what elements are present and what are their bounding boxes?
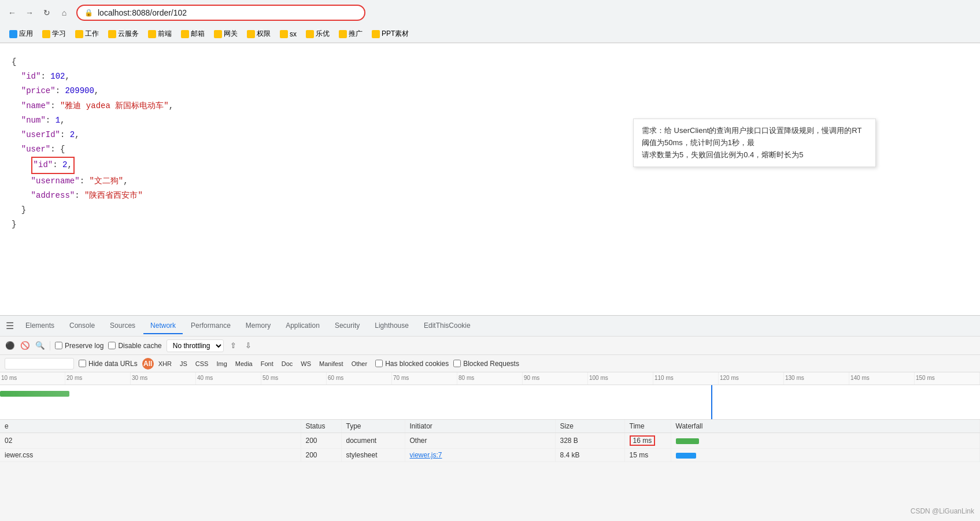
tooltip-box: 需求：给 UserClient的查询用户接口口设置降级规则，慢调用的RT阈值为5…: [633, 119, 876, 167]
blocked-requests-label: Blocked Requests: [463, 360, 519, 368]
hide-data-urls-checkbox[interactable]: Hide data URLs: [79, 360, 138, 368]
tooltip-line1: 需求：给 UserClient的查询用户接口口设置降级规则，慢调用的RT阈值为5…: [642, 125, 867, 149]
tab-memory[interactable]: Memory: [239, 318, 278, 334]
forward-button[interactable]: →: [23, 6, 36, 19]
bookmark-frontend[interactable]: 前端: [145, 28, 175, 40]
blocked-requests-input[interactable]: [453, 360, 461, 367]
throttle-select[interactable]: No throttling: [167, 339, 224, 352]
time-highlight: 16 ms: [630, 435, 656, 446]
bookmark-label: 学习: [52, 29, 66, 39]
tab-elements[interactable]: Elements: [19, 318, 61, 334]
disable-cache-label: Disable cache: [118, 342, 161, 350]
bookmark-apps[interactable]: 应用: [6, 28, 36, 40]
request-initiator: viewer.js:7: [405, 449, 555, 462]
bookmark-study[interactable]: 学习: [39, 28, 69, 40]
browser-chrome: ← → ↻ ⌂ 🔒 localhost:8088/order/102 应用 学习…: [0, 0, 980, 43]
bookmark-label: 云服务: [118, 29, 139, 39]
tab-network[interactable]: Network: [143, 318, 183, 334]
filter-media[interactable]: Media: [232, 359, 256, 368]
tab-security[interactable]: Security: [328, 318, 367, 334]
bookmark-icon: [148, 30, 156, 38]
blocked-requests-checkbox[interactable]: Blocked Requests: [453, 360, 519, 368]
request-waterfall: [671, 449, 980, 462]
tab-console[interactable]: Console: [62, 318, 102, 334]
filter-img[interactable]: Img: [213, 359, 230, 368]
timeline-cursor: [711, 385, 712, 419]
bookmark-sx[interactable]: sx: [276, 29, 300, 39]
bookmark-email[interactable]: 邮箱: [177, 28, 208, 40]
devtools-toggle[interactable]: ☰: [6, 320, 14, 331]
bookmark-icon: [42, 30, 50, 38]
tab-editthiscookie[interactable]: EditThisCookie: [417, 318, 478, 334]
disable-cache-input[interactable]: [108, 342, 116, 349]
waterfall-bar-green: [676, 438, 699, 444]
search-button[interactable]: 🔍: [35, 341, 45, 351]
tab-performance[interactable]: Performance: [184, 318, 238, 334]
stop-recording-button[interactable]: ⚫: [5, 341, 15, 351]
filter-manifest[interactable]: Manifest: [316, 359, 347, 368]
mark-150ms: 150 ms: [915, 372, 980, 385]
filter-ws[interactable]: WS: [297, 359, 315, 368]
blocked-cookies-input[interactable]: [375, 360, 383, 367]
browser-nav: ← → ↻ ⌂ 🔒 localhost:8088/order/102: [0, 0, 980, 25]
request-initiator: Other: [405, 433, 555, 449]
filter-doc[interactable]: Doc: [278, 359, 297, 368]
initiator-link[interactable]: viewer.js:7: [410, 451, 442, 459]
bookmarks-bar: 应用 学习 工作 云服务 前端 邮箱 网关 权限: [0, 25, 980, 43]
table-row[interactable]: 02 200 document Other 328 B 16 ms: [0, 433, 980, 449]
reload-button[interactable]: ↻: [40, 6, 53, 19]
tab-lighthouse[interactable]: Lighthouse: [368, 318, 416, 334]
address-bar[interactable]: 🔒 localhost:8088/order/102: [76, 5, 365, 21]
hide-data-urls-input[interactable]: [79, 360, 86, 367]
col-header-time: Time: [624, 420, 671, 433]
bookmark-icon: [181, 30, 189, 38]
filter-xhr[interactable]: XHR: [155, 359, 175, 368]
request-type: stylesheet: [341, 449, 405, 462]
json-line: "username": "文二狗",: [12, 174, 968, 189]
tab-sources[interactable]: Sources: [103, 318, 142, 334]
bookmark-label: 工作: [85, 29, 99, 39]
col-header-size: Size: [555, 420, 624, 433]
timeline-ruler: 10 ms 20 ms 30 ms 40 ms 50 ms 60 ms 70 m…: [0, 372, 980, 385]
blocked-cookies-checkbox[interactable]: Has blocked cookies: [375, 360, 449, 368]
bookmark-icon: [339, 30, 347, 38]
upload-button[interactable]: ⇧: [228, 341, 239, 351]
preserve-log-input[interactable]: [55, 342, 62, 349]
bookmark-promote[interactable]: 推广: [335, 28, 366, 40]
tab-application[interactable]: Application: [279, 318, 327, 334]
mark-90ms: 90 ms: [523, 372, 588, 385]
download-button[interactable]: ⇩: [243, 341, 254, 351]
col-header-name: e: [0, 420, 301, 433]
filter-other[interactable]: Other: [348, 359, 371, 368]
timeline-area: [0, 385, 980, 420]
bookmark-gateway[interactable]: 网关: [210, 28, 241, 40]
preserve-log-checkbox[interactable]: Preserve log: [55, 342, 103, 350]
request-waterfall: [671, 433, 980, 449]
bookmark-auth[interactable]: 权限: [243, 28, 274, 40]
bookmark-cloud[interactable]: 云服务: [105, 28, 142, 40]
filter-input[interactable]: [5, 358, 74, 369]
clear-button[interactable]: 🚫: [20, 341, 30, 351]
col-header-waterfall: Waterfall: [671, 420, 980, 433]
filter-all[interactable]: All: [142, 358, 154, 369]
devtools-panel: ☰ Elements Console Sources Network Perfo…: [0, 315, 980, 521]
filter-js[interactable]: JS: [176, 359, 191, 368]
json-line: }: [12, 203, 968, 217]
filter-font[interactable]: Font: [257, 359, 277, 368]
bookmark-label: PPT素材: [382, 29, 409, 39]
json-line: "price": 209900,: [12, 84, 968, 98]
request-type: document: [341, 433, 405, 449]
col-header-initiator: Initiator: [405, 420, 555, 433]
home-button[interactable]: ⌂: [58, 6, 71, 19]
back-button[interactable]: ←: [6, 6, 19, 19]
bookmark-leyou[interactable]: 乐优: [302, 28, 333, 40]
filter-css[interactable]: CSS: [192, 359, 212, 368]
bookmark-ppt[interactable]: PPT素材: [368, 28, 412, 40]
bookmark-label: sx: [290, 30, 297, 38]
bookmark-work[interactable]: 工作: [72, 28, 102, 40]
disable-cache-checkbox[interactable]: Disable cache: [108, 342, 161, 350]
bookmark-icon: [214, 30, 222, 38]
mark-40ms: 40 ms: [196, 372, 261, 385]
filter-bar: Hide data URLs All XHR JS CSS Img Media …: [0, 355, 980, 372]
table-row[interactable]: iewer.css 200 stylesheet viewer.js:7 8.4…: [0, 449, 980, 462]
